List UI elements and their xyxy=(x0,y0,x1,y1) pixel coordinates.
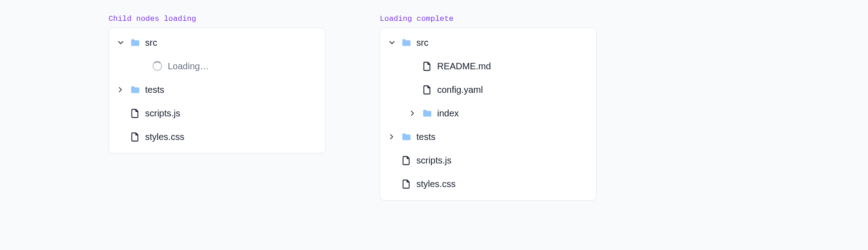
folder-icon xyxy=(130,37,141,48)
tree-view: src README.md config.yaml xyxy=(380,28,597,201)
chevron-placeholder xyxy=(387,156,396,165)
tree-node-label: src xyxy=(145,38,157,47)
tree-node-label: src xyxy=(416,38,429,47)
tree-node-tests[interactable]: tests xyxy=(113,78,321,101)
tree-node-label: styles.css xyxy=(145,132,184,141)
file-icon xyxy=(130,108,141,119)
tree-node-styles-css[interactable]: styles.css xyxy=(384,172,593,196)
chevron-placeholder xyxy=(116,132,125,141)
chevron-placeholder xyxy=(408,62,417,71)
tree-node-label: tests xyxy=(145,85,164,94)
chevron-right-icon[interactable] xyxy=(387,132,396,141)
tree-node-label: tests xyxy=(416,132,435,141)
tree-loading-indicator: Loading… xyxy=(113,54,321,78)
folder-icon xyxy=(130,84,141,95)
tree-node-index[interactable]: index xyxy=(384,101,593,125)
tree-node-src[interactable]: src xyxy=(384,31,593,54)
folder-icon xyxy=(401,37,412,48)
section-title: Child nodes loading xyxy=(108,14,326,23)
tree-node-label: styles.css xyxy=(416,179,456,188)
file-icon xyxy=(422,61,433,72)
chevron-right-icon[interactable] xyxy=(116,85,125,94)
section-complete: Loading complete src README.md xyxy=(380,14,597,236)
chevron-placeholder xyxy=(116,109,125,118)
file-icon xyxy=(401,155,412,166)
file-icon xyxy=(422,84,433,95)
chevron-down-icon[interactable] xyxy=(387,38,396,47)
tree-node-tests[interactable]: tests xyxy=(384,125,593,149)
chevron-right-icon[interactable] xyxy=(408,109,417,118)
tree-node-label: index xyxy=(437,109,459,118)
chevron-down-icon[interactable] xyxy=(116,38,125,47)
tree-node-styles-css[interactable]: styles.css xyxy=(113,125,321,149)
folder-icon xyxy=(422,108,433,119)
tree-node-scripts-js[interactable]: scripts.js xyxy=(113,101,321,125)
tree-node-label: scripts.js xyxy=(416,156,452,165)
tree-node-scripts-js[interactable]: scripts.js xyxy=(384,149,593,172)
tree-node-label: scripts.js xyxy=(145,109,180,118)
file-icon xyxy=(401,178,412,189)
tree-node-label: config.yaml xyxy=(437,85,483,94)
tree-node-src[interactable]: src xyxy=(113,31,321,54)
chevron-placeholder xyxy=(408,85,417,94)
section-title: Loading complete xyxy=(380,14,597,23)
chevron-placeholder xyxy=(387,179,396,188)
loading-label: Loading… xyxy=(168,61,209,72)
folder-icon xyxy=(401,131,412,142)
spinner-icon xyxy=(152,61,162,71)
section-loading: Child nodes loading src Loading… tests xyxy=(108,14,326,236)
tree-node-readme-md[interactable]: README.md xyxy=(384,54,593,78)
tree-view: src Loading… tests scripts.js xyxy=(108,28,326,154)
tree-node-config-yaml[interactable]: config.yaml xyxy=(384,78,593,101)
file-icon xyxy=(130,131,141,142)
tree-node-label: README.md xyxy=(437,62,491,71)
